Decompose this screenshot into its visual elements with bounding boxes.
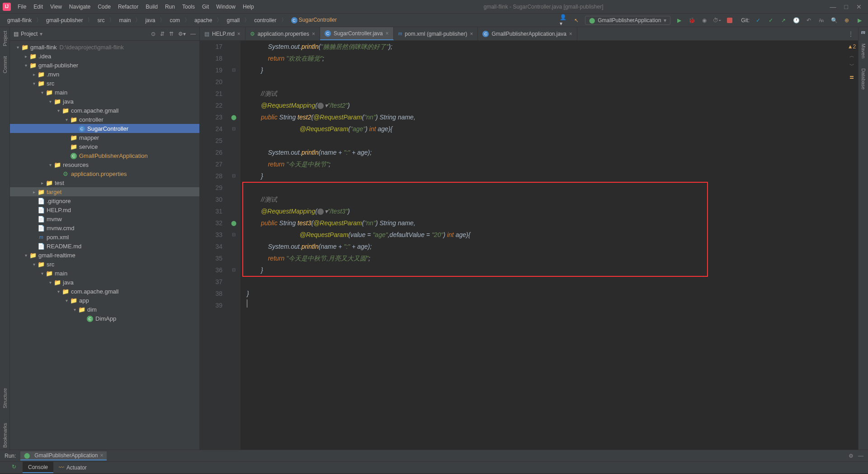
tree-row[interactable]: ▾📁dim <box>10 305 199 314</box>
crumb[interactable]: controller <box>251 16 279 24</box>
run-config-selector[interactable]: ⬤GmallPublisherApplication▾ <box>585 16 670 25</box>
minimize-icon[interactable]: — <box>830 3 836 10</box>
menu-build[interactable]: Build <box>142 2 161 12</box>
back-icon[interactable]: ↖ <box>572 16 580 24</box>
tree-row[interactable]: 📄HELP.md <box>10 205 199 214</box>
menu-code[interactable]: Code <box>94 2 114 12</box>
git-push-icon[interactable]: ↗ <box>779 16 788 24</box>
menu-edit[interactable]: Edit <box>30 2 46 12</box>
tree-row[interactable]: 📁mapper <box>10 133 199 142</box>
menu-help[interactable]: Help <box>240 2 257 12</box>
translate-icon[interactable]: 🗛 <box>817 16 826 24</box>
maven-logo-icon[interactable]: m <box>860 29 867 35</box>
tree-row[interactable]: ▾📁src <box>10 79 199 88</box>
code-line[interactable]: @RequestParam("age") int age){ <box>247 123 858 135</box>
select-opened-icon[interactable]: ⊙ <box>151 31 156 37</box>
tree-row[interactable]: ▸📁test <box>10 178 199 187</box>
add-icon[interactable]: ⊕ <box>843 16 851 24</box>
tree-row[interactable]: 📄mvnw <box>10 214 199 223</box>
run-panel-config[interactable]: ⬤GmallPublisherApplication × <box>20 451 107 460</box>
code-line[interactable] <box>247 299 858 311</box>
tree-row[interactable]: ▾📁gmall-realtime <box>10 251 199 260</box>
code-line[interactable]: } <box>247 64 858 76</box>
expand-all-icon[interactable]: ⇵ <box>160 31 165 37</box>
run-anything-icon[interactable]: ▶ <box>855 16 863 24</box>
tree-row[interactable]: ▾📁gmall-publisher <box>10 61 199 70</box>
crumb[interactable]: gmall-publisher <box>43 16 85 24</box>
tree-row[interactable]: ▾📁com.apache.gmall <box>10 287 199 296</box>
actuator-tab[interactable]: 〰Actuator <box>53 462 92 473</box>
tree-row[interactable]: ▾📁java <box>10 278 199 287</box>
tree-row[interactable]: mpom.xml <box>10 232 199 242</box>
code-line[interactable]: System.out.println("腩腩居然俏咪咪的好了"); <box>247 41 858 52</box>
tree-row[interactable]: 📄README.md <box>10 242 199 251</box>
crumb[interactable]: apache <box>192 16 215 24</box>
code-line[interactable] <box>247 135 858 147</box>
tree-row[interactable]: CDimApp <box>10 314 199 323</box>
tool-project[interactable]: Project <box>2 29 8 48</box>
tree-row[interactable]: ▸📁.mvn <box>10 70 199 79</box>
rerun-icon[interactable]: ↻ <box>12 462 16 470</box>
hide-icon[interactable]: — <box>190 31 196 37</box>
menu-git[interactable]: Git <box>199 2 212 12</box>
stop-icon[interactable] <box>726 16 734 24</box>
tab-close-icon[interactable]: × <box>470 31 473 37</box>
tree-row[interactable]: 📁service <box>10 142 199 151</box>
editor-tab[interactable]: CGmallPublisherApplication.java× <box>478 27 577 40</box>
code-line[interactable]: return "今天是中秋节"; <box>247 158 858 170</box>
code-line[interactable]: @RequestMapping(▾"/test2") <box>247 100 858 111</box>
tree-row[interactable]: ▾📁resources <box>10 160 199 169</box>
tool-commit[interactable]: Commit <box>2 54 8 75</box>
crumb[interactable]: com <box>167 16 183 24</box>
crumb[interactable]: java <box>142 16 158 24</box>
menu-run[interactable]: Run <box>162 2 178 12</box>
menu-file[interactable]: File <box>14 2 29 12</box>
code-line[interactable]: System.out.println(name + ":" + age); <box>247 147 858 158</box>
tree-row[interactable]: ▾📁gmall-flinkD:\ideaproject\gmall-flink <box>10 43 199 52</box>
tree-row[interactable]: ▾📁src <box>10 260 199 269</box>
tree-row[interactable]: ▾📁main <box>10 88 199 97</box>
tree-row[interactable]: 📄.gitignore <box>10 196 199 205</box>
git-rollback-icon[interactable]: ↶ <box>805 16 813 24</box>
tool-structure[interactable]: Structure <box>2 386 8 410</box>
editor-tab[interactable]: ⚙application.properties× <box>245 27 320 40</box>
menu-tools[interactable]: Tools <box>179 2 198 12</box>
run-settings-icon[interactable]: ⚙ <box>849 453 854 459</box>
crumb[interactable]: gmall <box>224 16 242 24</box>
nav-up-icon[interactable]: ︿ <box>849 52 854 59</box>
maximize-icon[interactable]: □ <box>844 3 848 10</box>
code-line[interactable]: return "欢欢在睡觉"; <box>247 52 858 64</box>
debug-icon[interactable]: 🐞 <box>688 16 696 24</box>
tabs-more-icon[interactable]: ⋮ <box>844 27 858 40</box>
warning-icon[interactable]: ▲2 <box>848 43 856 50</box>
tab-close-icon[interactable]: × <box>237 31 241 37</box>
editor-tab[interactable]: mpom.xml (gmall-publisher)× <box>394 27 478 40</box>
tab-close-icon[interactable]: × <box>569 31 572 37</box>
tree-row[interactable]: ▸📁.idea <box>10 52 199 61</box>
tree-row[interactable]: ⚙application.properties <box>10 169 199 178</box>
project-tree[interactable]: ▾📁gmall-flinkD:\ideaproject\gmall-flink▸… <box>10 41 199 450</box>
tree-row[interactable]: 📄mvnw.cmd <box>10 223 199 232</box>
menu-navigate[interactable]: Navigate <box>66 2 94 12</box>
tree-row[interactable]: ▾📁app <box>10 296 199 305</box>
tool-maven[interactable]: Maven <box>861 42 866 60</box>
collapse-all-icon[interactable]: ⇈ <box>169 31 174 37</box>
search-icon[interactable]: 🔍 <box>830 16 838 24</box>
tree-row[interactable]: ▾📁java <box>10 97 199 106</box>
code-editor[interactable]: System.out.println("腩腩居然俏咪咪的好了"); return… <box>241 41 858 450</box>
console-tab[interactable]: Console <box>23 462 53 473</box>
settings-icon[interactable]: ⚙▾ <box>178 31 186 37</box>
git-commit-icon[interactable]: ✓ <box>767 16 775 24</box>
menu-view[interactable]: View <box>47 2 65 12</box>
code-line[interactable]: //测试 <box>247 88 858 100</box>
menu-window[interactable]: Window <box>213 2 239 12</box>
crumb-current[interactable]: C SugarController <box>288 16 340 24</box>
profile-icon[interactable]: ⏱▾ <box>713 16 721 24</box>
editor-tab[interactable]: CSugarController.java× <box>320 27 394 40</box>
code-line[interactable]: } <box>247 288 858 299</box>
crumb[interactable]: main <box>116 16 133 24</box>
tree-row[interactable]: CSugarController <box>10 124 199 133</box>
code-line[interactable]: } <box>247 170 858 182</box>
run-icon[interactable]: ▶ <box>675 16 683 24</box>
tree-row[interactable]: ▾📁controller <box>10 115 199 124</box>
